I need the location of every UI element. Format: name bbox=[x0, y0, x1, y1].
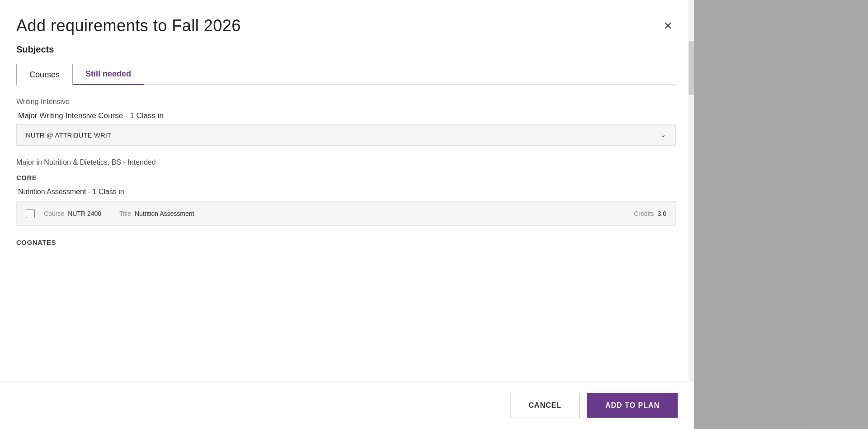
subsection-core-label: CORE bbox=[16, 174, 676, 181]
modal-overlay: Add requirements to Fall 2026 × Subjects… bbox=[0, 0, 868, 429]
modal-body: Subjects Courses Still needed Writing In… bbox=[0, 44, 694, 429]
major-nd-label: Major in Nutrition & Dietetics, BS - Int… bbox=[16, 158, 676, 167]
cancel-button[interactable]: CANCEL bbox=[510, 393, 580, 418]
credits-label: Credits bbox=[634, 210, 654, 217]
tab-courses[interactable]: Courses bbox=[16, 64, 73, 85]
course-field-number: Course NUTR 2400 bbox=[44, 210, 101, 217]
modal-title: Add requirements to Fall 2026 bbox=[16, 16, 241, 35]
chevron-down-icon: ⌄ bbox=[660, 131, 666, 139]
title-label: Title bbox=[119, 210, 131, 217]
course-value: NUTR 2400 bbox=[68, 210, 101, 217]
tab-still-needed[interactable]: Still needed bbox=[73, 64, 144, 84]
subsection-core: CORE Nutrition Assessment - 1 Class in C… bbox=[16, 174, 676, 226]
nutr-attribute-dropdown[interactable]: NUTR @ ATTRIBUTE WRIT ⌄ bbox=[16, 124, 676, 146]
tabs-container: Courses Still needed bbox=[16, 64, 676, 85]
course-label: Course bbox=[44, 210, 64, 217]
section-writing-intensive: Writing Intensive Major Writing Intensiv… bbox=[16, 98, 676, 146]
course-field-title: Title Nutrition Assessment bbox=[119, 210, 616, 217]
subsection-cognates: COGNATES bbox=[16, 238, 676, 246]
add-to-plan-button[interactable]: ADD TO PLAN bbox=[587, 393, 678, 418]
dropdown-text: NUTR @ ATTRIBUTE WRIT bbox=[26, 131, 111, 139]
scrollbar-thumb[interactable] bbox=[689, 41, 694, 95]
modal-header: Add requirements to Fall 2026 × bbox=[0, 0, 694, 44]
close-button[interactable]: × bbox=[660, 16, 676, 34]
requirement-major-writing-title: Major Writing Intensive Course - 1 Class… bbox=[16, 111, 676, 120]
course-field-credits: Credits 3.0 bbox=[634, 210, 666, 217]
requirement-nutrition-assessment-title: Nutrition Assessment - 1 Class in bbox=[16, 188, 676, 196]
modal-dialog: Add requirements to Fall 2026 × Subjects… bbox=[0, 0, 694, 429]
subsection-cognates-label: COGNATES bbox=[16, 238, 676, 246]
section-major-nd: Major in Nutrition & Dietetics, BS - Int… bbox=[16, 158, 676, 246]
modal-footer: CANCEL ADD TO PLAN bbox=[0, 381, 694, 429]
subjects-label: Subjects bbox=[16, 44, 676, 55]
course-fields: Course NUTR 2400 Title Nutrition Assessm… bbox=[44, 210, 666, 217]
section-writing-intensive-label: Writing Intensive bbox=[16, 98, 676, 106]
title-value: Nutrition Assessment bbox=[135, 210, 194, 217]
credits-value: 3.0 bbox=[658, 210, 666, 217]
scrollbar-track[interactable] bbox=[689, 0, 694, 429]
course-checkbox-nutr2400[interactable] bbox=[26, 209, 35, 218]
course-row-nutr2400: Course NUTR 2400 Title Nutrition Assessm… bbox=[16, 201, 676, 226]
